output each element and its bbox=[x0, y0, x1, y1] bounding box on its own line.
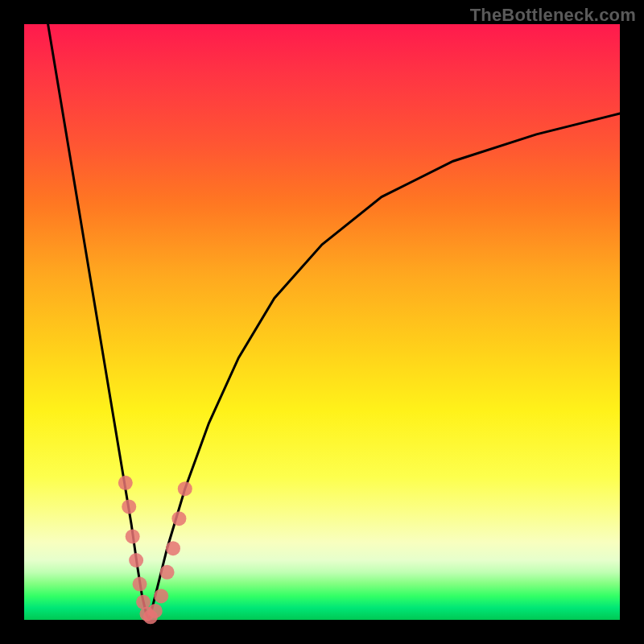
chart-frame: TheBottleneck.com bbox=[0, 0, 644, 644]
marker-point bbox=[126, 529, 140, 543]
watermark-text: TheBottleneck.com bbox=[470, 5, 636, 26]
marker-point bbox=[148, 604, 163, 618]
marker-point bbox=[129, 553, 143, 568]
marker-point bbox=[166, 541, 180, 555]
marker-point bbox=[122, 499, 136, 514]
curve-right-branch bbox=[149, 114, 620, 620]
chart-svg bbox=[24, 24, 620, 620]
marker-point bbox=[118, 476, 133, 490]
marker-point bbox=[160, 565, 175, 580]
marker-point bbox=[178, 481, 192, 496]
marker-point bbox=[171, 511, 186, 526]
plot-area bbox=[24, 24, 620, 620]
marker-point bbox=[133, 577, 147, 592]
marker-point bbox=[154, 588, 168, 603]
